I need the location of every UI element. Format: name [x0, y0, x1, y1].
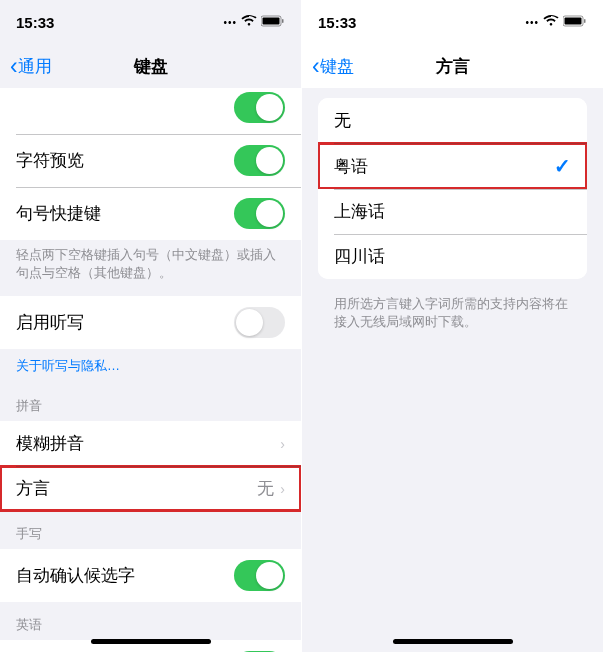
status-right: ••• — [223, 13, 285, 31]
svg-rect-1 — [263, 18, 280, 25]
nav-title: 方言 — [436, 55, 470, 78]
dialect-footer: 用所选方言键入字词所需的支持内容将在接入无线局域网时下载。 — [302, 289, 603, 345]
dialect-value: 无 — [257, 477, 274, 500]
svg-rect-5 — [584, 19, 586, 23]
status-bar: 15:33 ••• — [0, 0, 301, 44]
english-header: 英语 — [0, 602, 301, 640]
back-button[interactable]: ‹ 键盘 — [312, 53, 354, 80]
dialect-option-shanghainese[interactable]: 上海话 — [318, 189, 587, 234]
nav-title: 键盘 — [134, 55, 168, 78]
status-time: 15:33 — [16, 14, 54, 31]
period-footer: 轻点两下空格键插入句号（中文键盘）或插入句点与空格（其他键盘）。 — [0, 240, 301, 296]
row-label: 模糊拼音 — [16, 432, 280, 455]
option-label: 无 — [334, 109, 571, 132]
cellular-icon: ••• — [223, 17, 237, 28]
home-indicator[interactable] — [91, 639, 211, 644]
checkmark-icon: ✓ — [554, 154, 571, 178]
cellular-icon: ••• — [525, 17, 539, 28]
fuzzy-pinyin-row[interactable]: 模糊拼音 › — [0, 421, 301, 466]
svg-rect-2 — [282, 19, 284, 23]
back-label: 通用 — [18, 55, 52, 78]
dialect-option-sichuanese[interactable]: 四川话 — [318, 234, 587, 279]
keyboard-settings-screen: 15:33 ••• ‹ 通用 键盘 字符预览 句号快捷键 — [0, 0, 301, 652]
battery-icon — [261, 13, 285, 31]
dialect-option-cantonese[interactable]: 粤语 ✓ — [318, 143, 587, 189]
dialect-options-group: 无 粤语 ✓ 上海话 四川话 — [318, 98, 587, 279]
nav-bar: ‹ 通用 键盘 — [0, 44, 301, 88]
enable-dictation-row[interactable]: 启用听写 — [0, 296, 301, 349]
handwriting-group: 自动确认候选字 — [0, 549, 301, 602]
chevron-right-icon: › — [280, 481, 285, 497]
back-label: 键盘 — [320, 55, 354, 78]
dialect-content[interactable]: 无 粤语 ✓ 上海话 四川话 用所选方言键入字词所需的支持内容将在接入无线局域网… — [302, 88, 603, 652]
dictation-group: 启用听写 — [0, 296, 301, 349]
back-button[interactable]: ‹ 通用 — [10, 53, 52, 80]
char-preview-toggle[interactable] — [234, 145, 285, 176]
option-label: 粤语 — [334, 155, 554, 178]
option-label: 上海话 — [334, 200, 571, 223]
auto-confirm-toggle[interactable] — [234, 560, 285, 591]
chevron-left-icon: ‹ — [10, 53, 18, 80]
row-label: 启用听写 — [16, 311, 234, 334]
settings-content[interactable]: 字符预览 句号快捷键 轻点两下空格键插入句号（中文键盘）或插入句点与空格（其他键… — [0, 88, 301, 652]
auto-confirm-row[interactable]: 自动确认候选字 — [0, 549, 301, 602]
wifi-icon — [241, 13, 257, 31]
svg-rect-4 — [565, 18, 582, 25]
handwriting-header: 手写 — [0, 511, 301, 549]
nav-bar: ‹ 键盘 方言 — [302, 44, 603, 88]
keyboard-options-group: 字符预览 句号快捷键 — [0, 88, 301, 240]
status-right: ••• — [525, 13, 587, 31]
row-label: 句号快捷键 — [16, 202, 234, 225]
dialect-option-none[interactable]: 无 — [318, 98, 587, 143]
dialect-settings-screen: 15:33 ••• ‹ 键盘 方言 无 粤语 ✓ 上海话 四川话 — [302, 0, 603, 652]
wifi-icon — [543, 13, 559, 31]
pinyin-header: 拼音 — [0, 383, 301, 421]
dialect-row[interactable]: 方言 无 › — [0, 466, 301, 511]
status-bar: 15:33 ••• — [302, 0, 603, 44]
dictation-toggle[interactable] — [234, 307, 285, 338]
row-label: 方言 — [16, 477, 257, 500]
partial-row-top[interactable] — [0, 88, 301, 134]
option-label: 四川话 — [334, 245, 571, 268]
period-shortcut-row[interactable]: 句号快捷键 — [0, 187, 301, 240]
chevron-left-icon: ‹ — [312, 53, 320, 80]
toggle-switch[interactable] — [234, 92, 285, 123]
chevron-right-icon: › — [280, 436, 285, 452]
period-shortcut-toggle[interactable] — [234, 198, 285, 229]
row-label: 字符预览 — [16, 149, 234, 172]
dictation-privacy-link[interactable]: 关于听写与隐私… — [0, 349, 301, 383]
status-time: 15:33 — [318, 14, 356, 31]
row-label: 自动确认候选字 — [16, 564, 234, 587]
home-indicator[interactable] — [393, 639, 513, 644]
battery-icon — [563, 13, 587, 31]
pinyin-group: 模糊拼音 › 方言 无 › — [0, 421, 301, 511]
char-preview-row[interactable]: 字符预览 — [0, 134, 301, 187]
